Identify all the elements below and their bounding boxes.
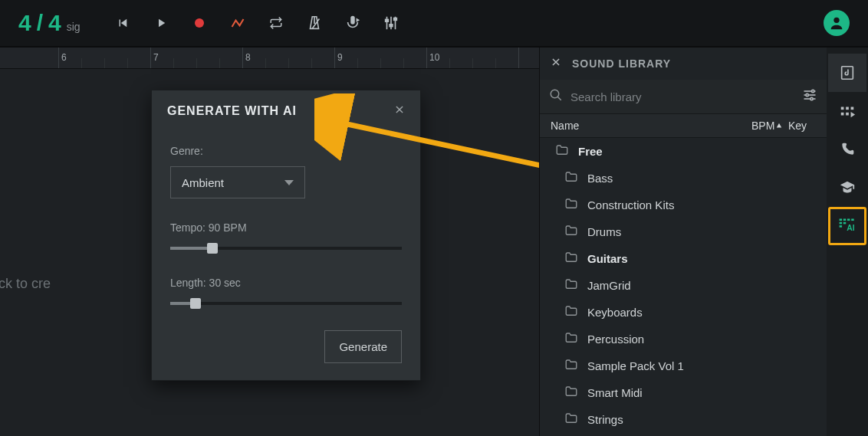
rail-pattern-button[interactable]: [828, 92, 866, 130]
length-label: Length: 30 sec: [170, 277, 402, 289]
genre-select[interactable]: Ambient: [170, 166, 305, 198]
slider-thumb[interactable]: [207, 243, 218, 254]
sig-denominator: 4: [48, 10, 62, 36]
library-folder-label: Smart Midi: [587, 386, 643, 399]
loop-button[interactable]: [257, 0, 295, 47]
folder-icon: [564, 277, 578, 293]
time-signature[interactable]: 4 / 4 sig: [18, 10, 81, 36]
svg-point-20: [806, 93, 808, 96]
folder-icon: [564, 197, 578, 213]
library-search-input[interactable]: [570, 90, 794, 103]
automation-button[interactable]: [219, 0, 257, 47]
tempo-slider[interactable]: [170, 243, 402, 254]
svg-rect-36: [840, 225, 842, 228]
right-rail: AI: [827, 48, 868, 436]
library-folder[interactable]: Guitars: [540, 245, 827, 272]
chevron-down-icon: [284, 180, 294, 185]
library-folder[interactable]: Drums: [540, 218, 827, 245]
col-bpm[interactable]: BPM: [751, 120, 788, 132]
library-close-button[interactable]: [551, 57, 561, 70]
svg-rect-6: [393, 18, 396, 21]
library-folder[interactable]: Percussion: [540, 326, 827, 352]
generate-ai-dialog: GENERATE WITH AI Genre: Ambient Tempo: 9…: [151, 90, 421, 381]
svg-text:AI: AI: [847, 224, 855, 232]
library-folder[interactable]: Bass: [540, 165, 827, 192]
genre-value: Ambient: [182, 176, 224, 189]
library-folder[interactable]: Strings: [540, 406, 827, 433]
rail-library-button[interactable]: [828, 54, 866, 92]
generate-button[interactable]: Generate: [324, 330, 402, 363]
genre-label: Genre:: [170, 145, 402, 157]
col-name[interactable]: Name: [551, 120, 751, 132]
svg-rect-28: [846, 113, 849, 116]
mixer-button[interactable]: [372, 0, 410, 47]
library-folder-label: Free: [578, 145, 603, 158]
library-folder[interactable]: Free: [540, 138, 827, 165]
filter-icon[interactable]: [802, 87, 817, 106]
folder-icon: [564, 170, 578, 186]
track-placeholder: here or double click to cre: [0, 276, 51, 292]
folder-icon: [564, 304, 578, 320]
library-folder-label: Bass: [587, 172, 613, 185]
svg-marker-22: [777, 123, 781, 128]
svg-rect-27: [841, 113, 844, 116]
slider-thumb[interactable]: [190, 298, 201, 309]
svg-rect-33: [851, 218, 853, 221]
library-list[interactable]: FreeBassConstruction KitsDrumsGuitarsJam…: [540, 138, 827, 436]
dialog-header: GENERATE WITH AI: [152, 90, 420, 131]
svg-point-19: [812, 90, 814, 92]
library-title: SOUND LIBRARY: [572, 57, 671, 70]
mic-voice-button[interactable]: [334, 0, 372, 47]
user-avatar[interactable]: [824, 10, 850, 36]
timeline[interactable]: 6 7 8 9 10 here or d: [0, 48, 539, 436]
library-folder[interactable]: Smart Midi: [540, 379, 827, 406]
folder-icon: [564, 224, 578, 240]
svg-point-0: [195, 18, 204, 28]
svg-rect-30: [840, 218, 842, 221]
dialog-close-button[interactable]: [394, 103, 405, 119]
library-folder-label: Strings: [587, 413, 623, 426]
tick-label: 6: [61, 52, 67, 63]
svg-marker-29: [851, 112, 856, 117]
svg-point-21: [810, 97, 813, 100]
svg-rect-31: [843, 218, 846, 221]
tick-label: 8: [245, 52, 251, 63]
svg-rect-34: [840, 222, 842, 225]
search-icon: [549, 88, 563, 105]
folder-icon: [564, 385, 578, 401]
rail-education-button[interactable]: [828, 169, 866, 207]
svg-rect-23: [842, 67, 853, 80]
folder-icon: [564, 411, 578, 428]
timeline-ruler[interactable]: 6 7 8 9 10: [0, 48, 539, 69]
svg-rect-5: [390, 25, 393, 27]
library-folder[interactable]: JamGrid: [540, 272, 827, 299]
folder-icon: [564, 331, 578, 347]
svg-rect-24: [841, 107, 844, 110]
length-slider[interactable]: [170, 298, 402, 309]
rail-ai-button[interactable]: AI: [828, 207, 866, 245]
tick-label: 9: [337, 52, 343, 63]
library-folder-label: JamGrid: [587, 279, 631, 292]
svg-point-14: [551, 90, 559, 98]
library-folder[interactable]: Construction Kits: [540, 192, 827, 218]
skip-back-button[interactable]: [104, 0, 142, 47]
tick-label: 10: [429, 52, 439, 63]
dialog-title: GENERATE WITH AI: [167, 104, 297, 118]
record-button[interactable]: [180, 0, 219, 47]
library-folder-label: Construction Kits: [587, 198, 674, 211]
metronome-button[interactable]: [295, 0, 334, 47]
play-button[interactable]: [142, 0, 180, 47]
top-toolbar: 4 / 4 sig: [0, 0, 868, 48]
rail-phone-button[interactable]: [828, 130, 866, 169]
library-folder[interactable]: Keyboards: [540, 299, 827, 326]
folder-icon: [564, 358, 578, 374]
library-folder[interactable]: Sample Pack Vol 1: [540, 352, 827, 379]
sig-slash: /: [37, 10, 44, 36]
col-key[interactable]: Key: [788, 120, 816, 132]
svg-rect-32: [847, 218, 850, 221]
main-area: 6 7 8 9 10 here or d: [0, 48, 868, 436]
svg-rect-25: [846, 107, 849, 110]
sig-numerator: 4: [18, 10, 32, 36]
library-folder-label: Sample Pack Vol 1: [587, 359, 684, 372]
sig-label: sig: [67, 21, 81, 33]
